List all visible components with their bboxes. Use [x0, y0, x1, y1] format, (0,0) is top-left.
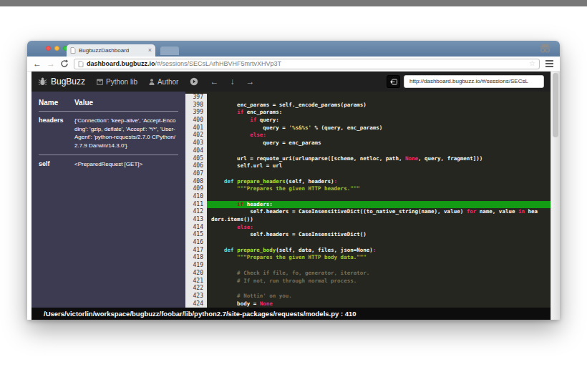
tab-title: BugbuzzDashboard	[79, 47, 145, 54]
code-line-number[interactable]: 400	[185, 117, 207, 124]
incognito-icon	[539, 44, 551, 53]
code-viewer: 397398 enc_params = self._encode_params(…	[185, 92, 550, 308]
close-window-button[interactable]	[46, 46, 51, 51]
image-top-strip	[0, 0, 587, 6]
code-line-text: query = '%s&%s' % (query, enc_params)	[207, 124, 550, 132]
code-line-text	[207, 285, 550, 293]
code-line: 423 # Nottin' on you.	[185, 293, 550, 300]
code-line-text	[207, 147, 550, 155]
code-line-text: self.url = url	[207, 162, 550, 170]
person-icon	[149, 79, 155, 85]
code-line-number[interactable]: 416	[185, 239, 207, 247]
code-line: 406 self.url = url	[185, 162, 550, 170]
status-bar: /Users/victorlin/workspace/bugbuzz/fooba…	[31, 308, 550, 320]
code-line-number[interactable]: 423	[185, 293, 207, 300]
code-line-text: """Prepares the given HTTP headers."""	[207, 185, 550, 193]
reload-button[interactable]	[60, 59, 69, 68]
code-line-number[interactable]: 409	[185, 185, 207, 193]
step-return-button[interactable]: ←	[210, 77, 218, 86]
code-line-number[interactable]: 397	[185, 94, 207, 102]
tab-close-icon[interactable]: ×	[148, 47, 152, 54]
code-line-text	[207, 262, 550, 270]
code-line: 400 if query:	[185, 117, 550, 124]
code-line-number[interactable]: 404	[185, 147, 207, 155]
variable-value: {'Connection': 'keep-alive', 'Accept-Enc…	[74, 117, 178, 150]
session-url-input[interactable]: http://dashboard.bugbuzz.io/#/sessions/S…	[404, 75, 544, 88]
package-icon	[97, 79, 103, 85]
code-line-number[interactable]: 418	[185, 254, 207, 262]
code-line-number[interactable]: 405	[185, 155, 207, 163]
nav-item-python-lib[interactable]: Python lib	[97, 78, 137, 86]
nav-item-author[interactable]: Author	[149, 78, 178, 86]
code-line-text: else:	[207, 224, 550, 232]
code-line-number[interactable]: 408	[185, 178, 207, 186]
variable-value: <PreparedRequest [GET]>	[74, 160, 178, 169]
code-line-number[interactable]: 407	[185, 170, 207, 178]
brand-label: BugBuzz	[51, 77, 85, 87]
code-line-text: # If not, run through normal process.	[207, 278, 550, 285]
code-line: 407	[185, 170, 550, 178]
code-line-number[interactable]: 417	[185, 247, 207, 255]
play-circle-icon	[190, 77, 198, 86]
code-line-number[interactable]: 406	[185, 162, 207, 170]
code-line-number[interactable]: 421	[185, 278, 207, 285]
code-line-number[interactable]: 399	[185, 109, 207, 117]
code-line-number[interactable]: 414	[185, 224, 207, 232]
step-next-button[interactable]: →	[246, 77, 254, 86]
vertical-scrollbar[interactable]	[550, 72, 560, 320]
code-line-text	[207, 193, 550, 201]
code-line-number[interactable]: 422	[185, 285, 207, 293]
code-line-number[interactable]: 412	[185, 208, 207, 216]
code-line-number[interactable]: 403	[185, 139, 207, 147]
minimize-window-button[interactable]	[54, 46, 59, 51]
code-line-number[interactable]: 402	[185, 132, 207, 139]
code-line-number[interactable]: 398	[185, 102, 207, 109]
address-bar[interactable]: dashboard.bugbuzz.io/#/sessions/SECsLArh…	[74, 59, 540, 69]
page-icon	[78, 61, 84, 67]
code-line-text: # Nottin' on you.	[207, 293, 550, 300]
code-line-number[interactable]: 411	[185, 201, 207, 209]
code-line: 420 # Check if file, fo, generator, iter…	[185, 270, 550, 278]
scrollbar-thumb[interactable]	[553, 73, 558, 137]
code-line: 408 def prepare_headers(self, headers):	[185, 178, 550, 186]
code-line-text	[207, 170, 550, 178]
browser-window: BugbuzzDashboard × ← → dashboard.bugbuz	[27, 41, 560, 320]
code-line: 413ders.items())	[185, 216, 550, 224]
code-line-number[interactable]: 410	[185, 193, 207, 201]
code-line-number[interactable]: 415	[185, 231, 207, 239]
code-line-text: ders.items())	[207, 216, 550, 224]
variables-sidebar: Name Value headers{'Connection': 'keep-a…	[31, 92, 185, 308]
code-line-text: self.headers = CaseInsensitiveDict()	[207, 231, 550, 239]
code-line: 417 def prepare_body(self, data, files, …	[185, 247, 550, 255]
code-line-text	[207, 239, 550, 247]
share-session-button[interactable]	[387, 75, 400, 88]
browser-tab[interactable]: BugbuzzDashboard ×	[67, 44, 155, 57]
new-tab-button[interactable]	[160, 46, 179, 55]
code-line: 404	[185, 147, 550, 155]
code-line-number[interactable]: 419	[185, 262, 207, 270]
code-line-text: enc_params = self._encode_params(params)	[207, 102, 550, 109]
window-controls	[46, 46, 68, 51]
forward-button[interactable]: →	[47, 59, 55, 68]
bookmark-star-icon[interactable]: ☆	[529, 60, 535, 67]
code-line-text: def prepare_body(self, data, files, json…	[207, 247, 550, 255]
code-line-number[interactable]: 424	[185, 300, 207, 308]
variable-row[interactable]: self<PreparedRequest [GET]>	[39, 155, 178, 174]
back-button[interactable]: ←	[33, 59, 42, 68]
code-line: 415 self.headers = CaseInsensitiveDict()	[185, 231, 550, 239]
code-line-number[interactable]: 401	[185, 124, 207, 132]
brand[interactable]: BugBuzz	[38, 77, 85, 87]
code-line-number[interactable]: 413	[185, 216, 207, 224]
code-line: 409 """Prepares the given HTTP headers."…	[185, 185, 550, 193]
code-line: 418 """Prepares the given HTTP body data…	[185, 254, 550, 262]
code-line-text: def prepare_headers(self, headers):	[207, 178, 550, 186]
variable-row[interactable]: headers{'Connection': 'keep-alive', 'Acc…	[39, 112, 178, 155]
step-into-button[interactable]: ↓	[230, 77, 234, 86]
browser-menu-icon[interactable]	[545, 59, 554, 69]
code-line-text	[207, 94, 550, 102]
code-line: 419	[185, 262, 550, 270]
main-content: Name Value headers{'Connection': 'keep-a…	[31, 92, 550, 308]
code-line-text: url = requote_uri(urlunparse([scheme, ne…	[207, 155, 550, 163]
continue-button[interactable]	[190, 77, 198, 86]
code-line-number[interactable]: 420	[185, 270, 207, 278]
